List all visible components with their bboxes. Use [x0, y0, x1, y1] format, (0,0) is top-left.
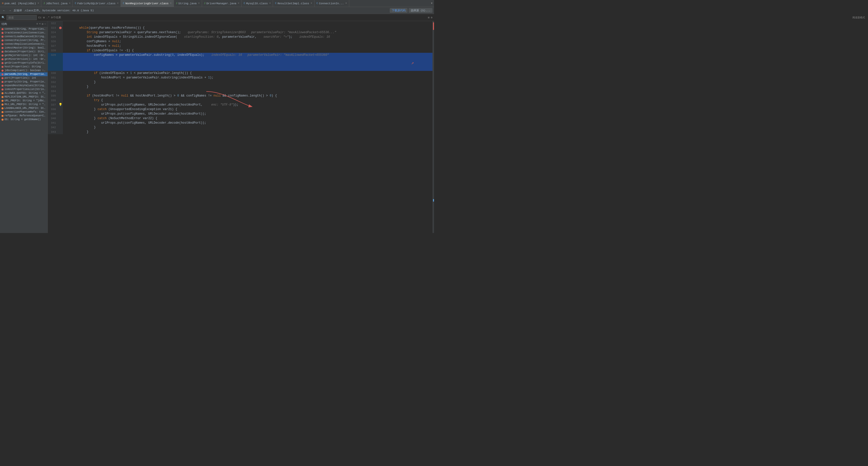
sidebar-header: 结构 ≡ × ⚙ —: [0, 21, 48, 27]
sidebar-item-database[interactable]: database(Properties): String: [0, 50, 48, 54]
sidebar-pin-icon[interactable]: —: [44, 22, 46, 26]
tab-label-stringjava: String.java: [178, 2, 197, 5]
line-num-340: 340: [48, 116, 58, 121]
line-content-324: String parameterValuePair = queryParams.…: [63, 30, 434, 35]
search-input[interactable]: [6, 15, 37, 20]
sidebar-item-refqueue[interactable]: refQueue: ReferenceQueue<ConnectionImpl>…: [0, 114, 48, 118]
sidebar-item-connphanrefs[interactable]: connectionPhantomRefs: ConcurrentHashMap…: [0, 110, 48, 114]
sidebar-item-urlprefix[interactable]: URL_PREFIX: String = "jdbc: mysql://": [0, 99, 48, 103]
sidebar-item-parseurl[interactable]: parseURL(String, Properties): Properties: [0, 72, 48, 76]
whole-word-button[interactable]: W: [43, 16, 45, 19]
tab-close-resultsetimpl[interactable]: ×: [311, 2, 312, 5]
tab-close-mysqlio[interactable]: ×: [269, 2, 271, 5]
tab-label-nonregdriver: NonRegisteringDriver.class: [125, 2, 168, 5]
sidebar-menu-icon[interactable]: ≡: [36, 22, 38, 26]
line-gutter-324: [58, 30, 63, 35]
code-line-338: 338 } catch (UnsupportedEncodingExceptio…: [48, 107, 434, 111]
sidebar-item-allowedquotes[interactable]: ALLOWED_QUOTES: String = "'": [0, 91, 48, 95]
tab-close-fabricdriver[interactable]: ×: [117, 2, 119, 5]
sidebar-gear-icon[interactable]: ⚙: [42, 22, 43, 26]
tab-close-stringjava[interactable]: ×: [198, 2, 199, 5]
sidebar-item-ishostprop[interactable]: isHostPropertiesList(String): boolean: [0, 88, 48, 91]
method-icon-getdriverprop: [1, 62, 3, 64]
sidebar-item-lbprefix[interactable]: LOADBALANCE_URL_PREFIX: String = "jdbc: …: [0, 106, 48, 110]
sidebar-label-os: OS: String = getOSName(): [4, 118, 41, 121]
line-content-328: if (indexOfEquals != -1) {: [63, 48, 434, 53]
filter-icon[interactable]: ⊞: [428, 16, 430, 19]
sidebar-label-expandhost: expandHostKeyValues(String): Properties: [4, 84, 46, 87]
sidebar-item-getdriverprop[interactable]: getDriverPropertyInfo(String, Properties…: [0, 61, 48, 65]
tab-close-connectionin[interactable]: ×: [345, 2, 347, 5]
tab-resultsetimpl[interactable]: C ResultSetImpl.class ×: [273, 0, 314, 7]
sidebar-label-mxjprefix: MXJ_URL_PREFIX: String = "jdbc: mysql: m…: [4, 103, 46, 106]
tab-close-pom[interactable]: ×: [37, 2, 39, 5]
breakpoint-323[interactable]: [59, 27, 62, 29]
tab-close-jdbctest[interactable]: ×: [69, 2, 70, 5]
line-gutter-341: [58, 121, 63, 125]
tab-label-mysqlio: MysqlIO.class: [246, 2, 268, 5]
lightbulb-337[interactable]: 💡: [59, 103, 62, 107]
line-num-322: 322: [48, 21, 58, 26]
line-num-343: 343: [48, 130, 58, 134]
line-num-339: 339: [48, 111, 58, 116]
sidebar-item-expandhost[interactable]: expandHostKeyValues(String): Properties: [0, 84, 48, 88]
tab-fabricdriver[interactable]: C FabricMySQLDriver.class ×: [73, 0, 121, 7]
sidebar-item-port[interactable]: port(Properties): int: [0, 76, 48, 80]
line-gutter-343: [58, 130, 63, 134]
settings-icon[interactable]: ⚙: [431, 16, 433, 19]
line-content-332: }: [63, 80, 434, 85]
sidebar-item-ishostmaster[interactable]: isHostMaster(String): boolean: [0, 46, 48, 50]
tab-close-nonregdriver[interactable]: ×: [170, 2, 172, 5]
sidebar-item-getminor[interactable]: getMinorVersion(): int ↑Driver: [0, 57, 48, 61]
tab-overflow-button[interactable]: ▼: [430, 2, 434, 5]
tab-icon-pom: m: [2, 2, 3, 5]
method-icon-ishostprop: [1, 89, 3, 91]
select-source-button[interactable]: 选择源 (S)...: [409, 8, 433, 13]
tab-mysqlio[interactable]: C MysqlIO.class ×: [242, 0, 273, 7]
back-button[interactable]: ←: [1, 8, 6, 13]
forward-button[interactable]: →: [7, 8, 12, 13]
field-icon-urlprefix: [1, 100, 3, 102]
tab-stringjava[interactable]: J String.java ×: [174, 0, 202, 7]
sidebar-item-jdbccompliant[interactable]: jdbcCompliant(): boolean ↑Driver: [0, 69, 48, 72]
line-content-339: urlProps.put(configNames, URLDecoder.dec…: [63, 111, 434, 116]
line-gutter-323: [58, 26, 63, 30]
sidebar-item-replprefix[interactable]: REPLICATION_URL_PREFIX: String = "jdbc: …: [0, 95, 48, 99]
regex-button[interactable]: .*: [46, 16, 50, 19]
sidebar-close-icon[interactable]: ×: [39, 22, 41, 26]
tab-nonregdriver[interactable]: C NonRegisteringDriver.class ×: [121, 0, 174, 7]
sidebar-item-mxjprefix[interactable]: MXJ_URL_PREFIX: String = "jdbc: mysql: m…: [0, 103, 48, 106]
sidebar-item-host[interactable]: host(Properties): String: [0, 65, 48, 69]
line-gutter-328: [58, 48, 63, 53]
line-num-324: 324: [48, 30, 58, 35]
code-line-324: 324 String parameterValuePair = queryPar…: [48, 30, 434, 35]
code-line-330: 330 if (indexOfEquals + 1 < parameterVal…: [48, 71, 434, 75]
line-gutter-339: [58, 111, 63, 116]
tab-connectionin[interactable]: C ConnectionIn... ×: [314, 0, 349, 7]
tab-pom[interactable]: m pom.xml (MysqlJdbc) ×: [0, 0, 41, 7]
field-icon-lbprefix: [1, 107, 3, 109]
sidebar-label-getdriverprop: getDriverPropertyInfo(String, Properties…: [4, 62, 46, 64]
sidebar-item-trackconn[interactable]: trackConnection(Connection): void: [0, 31, 48, 35]
line-num-327: 327: [48, 44, 58, 48]
sidebar-item-connectlb[interactable]: connectLoadBalanced(String, Properties):…: [0, 35, 48, 38]
tab-drivermanager[interactable]: J DriverManager.java ×: [202, 0, 242, 7]
download-source-button[interactable]: 下载源代码: [390, 8, 408, 13]
sidebar-item-connectfo[interactable]: connectFailover(String, Properties): Con…: [0, 38, 48, 42]
sidebar-item-getmajor[interactable]: getMajorVersion(): int ↑Driver: [0, 54, 48, 57]
sidebar-item-property[interactable]: property(String, Properties): String: [0, 80, 48, 84]
sidebar-label-urlprefix: URL_PREFIX: String = "jdbc: mysql://": [4, 99, 46, 102]
line-gutter-336: [58, 98, 63, 103]
tab-jdbctest[interactable]: J JdbcTest.java ×: [41, 0, 73, 7]
line-gutter-340: [58, 116, 63, 121]
code-line-322: 322: [48, 21, 434, 26]
vertical-scrollbar[interactable]: [433, 21, 434, 233]
tab-close-drivermanager[interactable]: ×: [238, 2, 239, 5]
sidebar-item-connectrep[interactable]: connectReplicationConnection(String, Pro…: [0, 42, 48, 46]
sidebar-label-connectfo: connectFailover(String, Properties): Con…: [4, 39, 46, 42]
case-sensitive-button[interactable]: Cc: [38, 16, 41, 19]
line-content-331: hostAndPort = parameterValuePair.substri…: [63, 75, 434, 80]
sidebar-item-connect[interactable]: connect(String, Properties): Connection …: [0, 27, 48, 31]
sidebar-item-os[interactable]: OS: String = getOSName(): [0, 118, 48, 122]
editor-toolbar: ← → 反编译 .class文件, bytecode version: 49.0…: [0, 7, 434, 14]
